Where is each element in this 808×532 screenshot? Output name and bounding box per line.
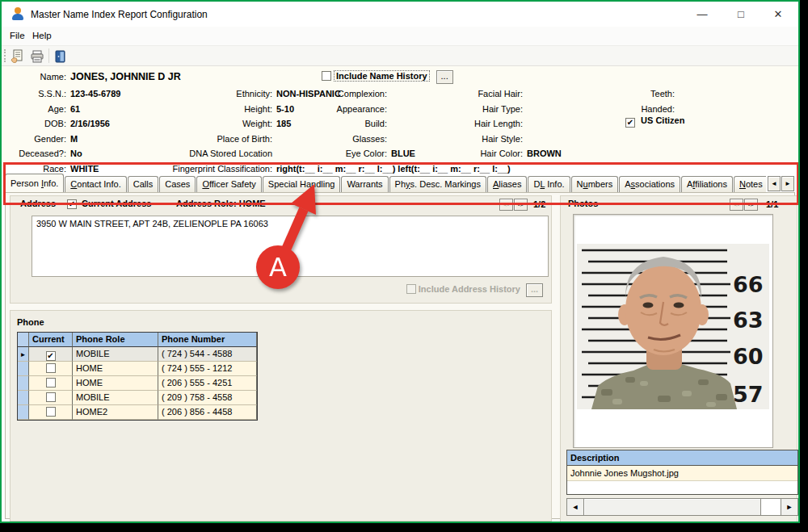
facial-hair-label: Facial Hair: [422,86,527,102]
row-marker-cell[interactable] [18,376,29,391]
tab-scroll-right-icon[interactable]: ► [781,176,794,191]
address-prev-icon: <- [499,199,513,211]
name-history-more-button[interactable]: ... [436,70,453,84]
app-window: Master Name Index Report Configuration —… [0,0,800,523]
ruler-mark: 60 [733,344,764,369]
tab-dl-info[interactable]: DL Info. [528,176,570,192]
report-icon[interactable] [11,49,25,64]
tab-numbers[interactable]: Numbers [571,176,619,192]
print-icon[interactable] [30,49,44,64]
tab-warrants[interactable]: Warrants [341,176,388,192]
exit-icon[interactable] [53,49,68,64]
row-marker-cell[interactable] [18,405,29,420]
phone-current-checkbox[interactable] [46,378,56,387]
tab-officer-safety[interactable]: Officer Safety [196,176,261,192]
ruler-mark: 66 [733,272,764,297]
close-button[interactable]: ✕ [764,2,792,27]
tab-affiliations[interactable]: Affiliations [681,176,733,192]
us-citizen-checkbox[interactable]: ✔ [625,118,635,128]
phone-cell-number[interactable]: ( 206 ) 856 - 4458 [158,405,257,420]
tab-notes[interactable]: Notes [734,176,766,192]
tab-contact-info[interactable]: Contact Info. [65,176,126,192]
height-label: Height: [121,102,276,117]
weight-label: Weight: [121,116,276,132]
address-group: Address ✔ Current Address Address Role: … [10,195,552,304]
name-row: Name:JONES, JOHNNIE D JR [2,69,181,85]
phone-cell-number[interactable]: ( 724 ) 555 - 1212 [158,362,257,376]
build-label: Build: [292,116,391,132]
phone-cell-role[interactable]: MOBILE [73,347,158,362]
hair-color-value: BROWN [527,149,562,158]
screenshot-root: { "colors": { "annotation_red": "#E3342B… [0,0,808,532]
appearance-label: Appearance: [292,102,391,117]
tab-special-handling[interactable]: Special Handling [263,176,341,192]
phone-cell-number[interactable]: ( 209 ) 758 - 4558 [158,391,257,405]
description-row[interactable]: Johnnie Jones Mugshot.jpg [567,466,797,481]
phone-cell-role[interactable]: HOME [73,362,158,376]
photos-next-icon[interactable]: -> [744,199,758,211]
phone-section-label: Phone [17,317,44,327]
photos-group: Photos <- -> 1/1 [560,195,797,522]
gender-label: Gender: [2,132,70,147]
tab-person-info[interactable]: Person Info. [5,174,64,192]
toolbar-grip [4,49,6,62]
person-summary-form: Name:JONES, JOHNNIE D JR S.S.N.:123-45-6… [2,66,798,166]
weight-value: 185 [276,119,291,128]
tab-calls[interactable]: Calls [128,176,158,192]
phone-cell-number[interactable]: ( 206 ) 555 - 4251 [158,376,257,391]
description-horizontal-scrollbar: ◄ ► [566,498,798,516]
ruler-mark: 57 [733,382,764,407]
phone-current-checkbox[interactable] [46,392,56,402]
phone-current-checkbox[interactable] [46,363,56,373]
minimize-button[interactable]: — [688,2,716,27]
phone-current-checkbox[interactable]: ✔ [46,351,56,361]
form-column-3: Complexion: Appearance: Build: Glasses: … [292,86,415,161]
phone-cell-role[interactable]: MOBILE [73,391,158,405]
include-name-history-label: Include Name History [334,70,429,82]
tab-associations[interactable]: Associations [619,176,680,192]
phone-cell-current: ✔ [29,347,73,362]
fingerprint-classification-value: right(t:__ i:__ m:__ r:__ l:__) left(t:_… [276,164,511,174]
description-table: Description Johnnie Jones Mugshot.jpg [566,450,798,495]
tab-cases[interactable]: Cases [159,176,196,192]
description-empty-area [567,481,797,494]
row-marker-cell[interactable]: ► [18,347,29,362]
scrollbar-track[interactable] [584,498,781,516]
phone-group: Phone Current Phone Role Phone Number ► … [10,310,552,522]
phone-cell-number[interactable]: ( 724 ) 544 - 4588 [158,347,257,362]
deceased-label: Deceased?: [2,146,70,161]
ruler-mark: 63 [733,308,764,333]
form-column-1: S.S.N.:123-45-6789 Age:61 DOB:2/16/1956 … [2,86,120,176]
scrollbar-thumb[interactable] [584,499,761,515]
current-address-checkbox[interactable]: ✔ [67,199,77,209]
tab-scroll-left-icon[interactable]: ◄ [768,176,781,191]
current-address-label: Current Address [82,199,151,208]
address-next-icon[interactable]: -> [514,199,528,211]
place-of-birth-label: Place of Birth: [121,132,276,147]
menu-help[interactable]: Help [29,30,55,41]
scroll-left-icon[interactable]: ◄ [566,498,584,516]
hair-type-label: Hair Type: [422,102,527,117]
maximize-button[interactable]: □ [727,2,755,27]
phone-current-checkbox[interactable] [46,407,56,417]
gender-value: M [70,134,78,144]
scroll-right-icon[interactable]: ► [781,498,798,516]
form-column-5: Teeth: Handed: [590,86,679,116]
phone-cell-role[interactable]: HOME [73,376,158,391]
tab-phys-desc-markings[interactable]: Phys. Desc. Markings [389,176,486,192]
include-name-history-checkbox[interactable] [322,71,331,81]
address-textbox[interactable]: 3950 W MAIN STREET, APT 24B, ZELIENOPLE … [32,216,549,277]
description-header: Description [567,450,797,466]
name-label: Name: [2,69,70,85]
menu-file[interactable]: File [6,30,28,41]
eye-color-label: Eye Color: [292,146,391,161]
hair-length-label: Hair Length: [422,116,527,132]
mugshot-image: 66 63 60 57 [577,244,769,409]
include-address-history-label: Include Address History [419,284,520,294]
tab-aliases[interactable]: Aliases [487,176,527,192]
window-title: Master Name Index Report Configuration [31,9,208,20]
row-marker-cell[interactable] [18,362,29,376]
phone-cell-role[interactable]: HOME2 [73,405,158,420]
mugshot-photo-frame: 66 63 60 57 [573,214,773,448]
row-marker-cell[interactable] [18,391,29,405]
